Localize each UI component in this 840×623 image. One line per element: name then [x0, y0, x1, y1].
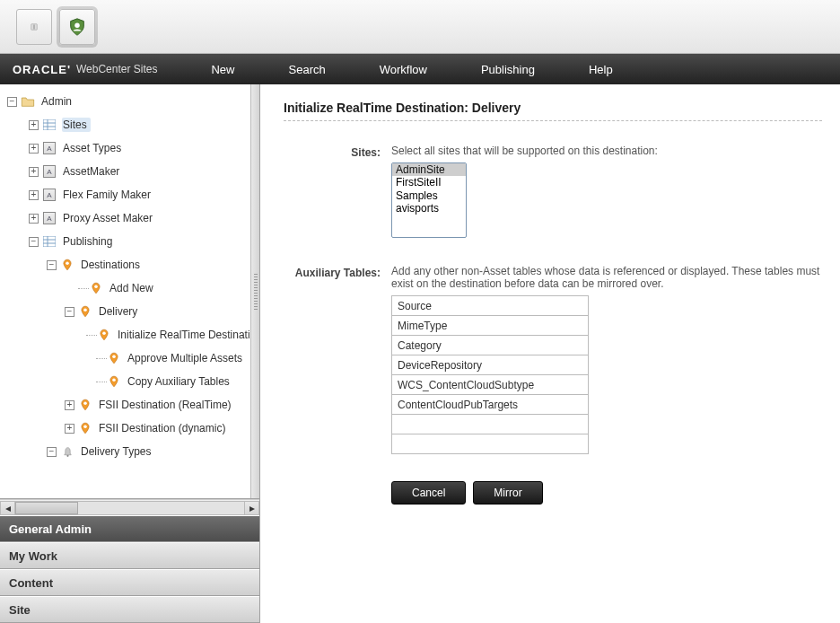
tree-node[interactable]: Copy Auxiliary Tables	[5, 370, 259, 393]
tree-label: Proxy Asset Maker	[63, 212, 153, 224]
menu-item-new[interactable]: New	[184, 63, 261, 76]
tree-node[interactable]: +AAsset Types	[5, 136, 259, 160]
tree-label: Delivery Types	[81, 445, 151, 458]
pin-icon	[78, 398, 92, 412]
tree-node[interactable]: Add New	[5, 276, 259, 300]
page-title: Initialize RealTime Destination: Deliver…	[284, 101, 822, 115]
pin-icon	[107, 374, 121, 389]
tree-node[interactable]: +FSII Destination (RealTime)	[5, 393, 259, 417]
collapse-icon[interactable]: −	[65, 307, 74, 317]
folder-icon	[21, 94, 35, 109]
expand-icon[interactable]: +	[29, 120, 39, 130]
aux-label: Auxiliary Tables:	[284, 265, 391, 454]
aux-table-input[interactable]	[391, 316, 589, 336]
splitter[interactable]	[250, 84, 259, 498]
toolbar-button-2[interactable]	[59, 9, 95, 45]
expand-icon[interactable]: +	[29, 167, 39, 177]
menu-item-search[interactable]: Search	[262, 63, 353, 76]
tree-label: Asset Types	[63, 142, 121, 154]
aux-table-input[interactable]	[391, 296, 589, 316]
collapse-icon[interactable]: −	[29, 237, 39, 247]
tree-label: Publishing	[63, 235, 112, 248]
svg-point-18	[83, 426, 87, 429]
sites-hint: Select all sites that will be supported …	[391, 145, 822, 157]
aux-table-input[interactable]	[391, 434, 589, 454]
box-a-icon: A	[42, 141, 57, 155]
expand-icon[interactable]: +	[65, 400, 74, 410]
brand-oracle: ORACLE'	[13, 63, 71, 76]
expand-icon[interactable]: +	[29, 190, 39, 200]
slider-icon	[30, 22, 39, 31]
scroll-right-arrow[interactable]: ▸	[244, 501, 259, 515]
horizontal-scrollbar[interactable]: ◂ ▸	[0, 499, 259, 515]
site-option[interactable]: avisports	[392, 202, 466, 215]
content-area: Initialize RealTime Destination: Deliver…	[260, 84, 840, 623]
top-toolbar	[0, 0, 840, 54]
pin-icon	[78, 304, 92, 319]
aux-hint: Add any other non-Asset tables whose dat…	[391, 265, 822, 290]
toolbar-button-1[interactable]	[16, 9, 52, 45]
tree-node[interactable]: Initialize RealTime Destination	[5, 323, 259, 347]
tree-node-admin[interactable]: −Admin	[5, 90, 259, 113]
mirror-button[interactable]: Mirror	[473, 481, 542, 505]
pin-icon	[89, 281, 103, 295]
expand-icon[interactable]: +	[29, 144, 39, 154]
tree-node[interactable]: −Publishing	[5, 230, 259, 253]
tree-node[interactable]: +FSII Destination (dynamic)	[5, 417, 259, 440]
brand: ORACLE' WebCenter Sites	[13, 63, 180, 76]
tree-node[interactable]: +Sites	[5, 113, 259, 136]
expand-icon[interactable]: +	[29, 214, 39, 224]
tree-label: Flex Family Maker	[63, 189, 151, 201]
tree-label: Add New	[109, 282, 153, 294]
accordion-site[interactable]: Site	[0, 596, 259, 623]
site-option[interactable]: FirstSiteII	[392, 176, 466, 189]
scroll-thumb[interactable]	[15, 502, 78, 514]
divider	[284, 120, 822, 121]
tree-label: Delivery	[99, 305, 137, 318]
accordion-content[interactable]: Content	[0, 569, 259, 596]
menu-item-workflow[interactable]: Workflow	[353, 63, 454, 76]
svg-point-13	[83, 309, 87, 312]
tree-node[interactable]: −Destinations	[5, 253, 259, 276]
aux-table-input[interactable]	[391, 375, 589, 395]
sidebar: −Admin+Sites+AAsset Types+AAssetMaker+AF…	[0, 84, 260, 623]
pin-icon	[107, 351, 121, 365]
tree-node[interactable]: +AProxy Asset Maker	[5, 206, 259, 230]
menu-item-help[interactable]: Help	[562, 63, 640, 76]
svg-rect-1	[33, 24, 35, 29]
svg-point-11	[66, 262, 69, 266]
accordion-my-work[interactable]: My Work	[0, 542, 259, 569]
pin-icon	[78, 421, 92, 435]
tree-node[interactable]: −Delivery	[5, 300, 259, 323]
tree-node[interactable]: +AFlex Family Maker	[5, 183, 259, 206]
aux-tables-grid	[391, 295, 589, 454]
aux-table-input[interactable]	[391, 355, 589, 375]
grid-icon	[42, 234, 57, 249]
tree-node[interactable]: +AAssetMaker	[5, 160, 259, 183]
aux-table-input[interactable]	[391, 415, 589, 434]
scroll-left-arrow[interactable]: ◂	[0, 501, 15, 515]
menu-item-publishing[interactable]: Publishing	[454, 63, 562, 76]
expand-icon[interactable]: +	[65, 424, 74, 434]
cancel-button[interactable]: Cancel	[391, 481, 466, 505]
admin-tree[interactable]: −Admin+Sites+AAsset Types+AAssetMaker+AF…	[0, 84, 259, 498]
tree-label: Sites	[63, 118, 87, 131]
pin-icon	[97, 328, 111, 342]
site-option[interactable]: AdminSite	[392, 163, 466, 176]
tree-node[interactable]: Approve Multiple Assets	[5, 347, 259, 370]
grid-icon	[42, 118, 57, 132]
tree-node[interactable]: −Delivery Types	[5, 440, 259, 463]
accordion-general-admin[interactable]: General Admin	[0, 515, 259, 542]
aux-table-input[interactable]	[391, 395, 589, 415]
site-option[interactable]: Samples	[392, 189, 466, 202]
sites-select[interactable]: AdminSiteFirstSiteIISamplesavisports	[391, 162, 467, 238]
collapse-icon[interactable]: −	[47, 260, 57, 270]
svg-rect-3	[43, 119, 56, 130]
scroll-track[interactable]	[15, 501, 244, 515]
sites-label: Sites:	[284, 145, 391, 238]
aux-table-input[interactable]	[391, 336, 589, 355]
collapse-icon[interactable]: −	[7, 97, 17, 107]
menu-bar: ORACLE' WebCenter Sites NewSearchWorkflo…	[0, 54, 840, 84]
box-a-icon: A	[42, 164, 57, 179]
collapse-icon[interactable]: −	[47, 447, 57, 457]
